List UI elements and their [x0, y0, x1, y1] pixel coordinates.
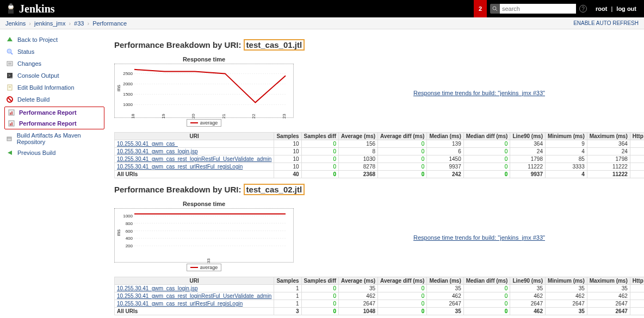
- table-header: Median diff (ms): [463, 133, 510, 140]
- table-row: 10.255.30.41_gwm_cas_login.jsp 10350 350…: [115, 285, 645, 292]
- notification-badge[interactable]: 2: [474, 0, 487, 17]
- svg-rect-8: [7, 61, 13, 66]
- sidebar-item-perf-1[interactable]: Performance Report: [5, 107, 104, 118]
- header-links: root | log out: [593, 5, 639, 12]
- sidebar-item-label: Status: [17, 48, 34, 55]
- logo-text[interactable]: Jenkins: [19, 3, 55, 15]
- uri-cell[interactable]: 10.255.30.41_gwm_cas_rest_urlRestFul_reg…: [115, 163, 274, 171]
- section-heading: Performance Breakdown by URI: test_cas_0…: [114, 39, 639, 51]
- sidebar-item-perf-2[interactable]: Performance Report: [5, 118, 104, 129]
- sidebar-item-back[interactable]: Back to Project: [2, 34, 107, 46]
- table-row: 10.255.30.41_gwm_cas_login.jsp 10080 602…: [115, 148, 645, 155]
- svg-rect-22: [10, 123, 11, 126]
- performance-table: URISamplesSamples diffAverage (ms)Averag…: [114, 277, 644, 315]
- sidebar-item-delete[interactable]: Delete Build: [2, 93, 107, 105]
- table-header: Average (ms): [339, 277, 378, 285]
- table-header: Average (ms): [339, 133, 378, 140]
- table-row: 10.255.30.41_gwm_cas_ 1001560 1390364936…: [115, 140, 645, 148]
- table-row: 10.255.30.41_gwm_cas_rest_loginRestFul_U…: [115, 155, 645, 163]
- user-link[interactable]: root: [596, 5, 607, 12]
- crumb-build[interactable]: #33: [74, 20, 84, 27]
- search-icon: [490, 4, 500, 14]
- help-icon[interactable]: ?: [579, 5, 587, 13]
- svg-text:1000: 1000: [123, 102, 133, 107]
- uri-filename: test_cas_01.jtl: [244, 39, 305, 51]
- chart-legend: average: [187, 119, 222, 127]
- logout-link[interactable]: log out: [616, 5, 636, 12]
- jenkins-logo-icon: [5, 3, 16, 14]
- uri-cell[interactable]: 10.255.30.41_gwm_cas_rest_loginRestFul_U…: [115, 292, 274, 300]
- sidebar-item-edit[interactable]: Edit Build Information: [2, 82, 107, 93]
- sidebar-item-artifacts[interactable]: Build Artifacts As Maven Repository: [2, 130, 107, 147]
- crumb-jenkins[interactable]: Jenkins: [5, 20, 26, 27]
- svg-text:#18: #18: [131, 114, 135, 119]
- response-time-chart: Response time 1000150020002500ms#18#19#2…: [114, 56, 294, 127]
- svg-text:#22: #22: [251, 114, 256, 119]
- svg-rect-3: [9, 4, 13, 5]
- crumb-page[interactable]: Performance: [92, 20, 127, 27]
- sidebar-item-label: Changes: [17, 60, 41, 67]
- svg-text:1000: 1000: [123, 214, 133, 219]
- section-heading: Performance Breakdown by URI: test_cas_0…: [114, 184, 639, 195]
- sidebar-item-console[interactable]: >_Console Output: [2, 70, 107, 82]
- delete-icon: [5, 95, 14, 104]
- table-header: Http Code: [630, 277, 644, 285]
- svg-text:>_: >_: [8, 73, 13, 78]
- svg-text:#19: #19: [161, 114, 166, 119]
- sidebar-item-changes[interactable]: Changes: [2, 58, 107, 70]
- magnifier-icon: [5, 47, 14, 56]
- main-content: Performance Breakdown by URI: test_cas_0…: [109, 29, 644, 318]
- table-header: Median (ms): [427, 277, 463, 285]
- uri-cell[interactable]: 10.255.30.41_gwm_cas_: [115, 140, 274, 148]
- svg-text:#21: #21: [221, 114, 226, 119]
- report-icon: [7, 119, 16, 128]
- svg-text:400: 400: [126, 236, 133, 241]
- svg-text:#23: #23: [282, 114, 287, 119]
- uri-cell[interactable]: 10.255.30.41_gwm_cas_rest_loginRestFul_U…: [115, 155, 274, 163]
- svg-text:#33: #33: [206, 258, 211, 263]
- sidebar-item-label: Edit Build Information: [17, 84, 75, 91]
- crumb-job[interactable]: jenkins_jmx: [34, 20, 65, 27]
- uri-cell[interactable]: 10.255.30.41_gwm_cas_login.jsp: [115, 285, 274, 292]
- sidebar: Back to Project Status Changes >_Console…: [0, 29, 109, 318]
- table-header: URI: [115, 277, 274, 285]
- search-wrap: [490, 4, 576, 14]
- svg-rect-23: [11, 122, 13, 126]
- chart-title: Response time: [114, 56, 294, 63]
- table-total-row: All URIs3010480 350462352647 0.0 %: [115, 308, 645, 315]
- sidebar-item-prev[interactable]: Previous Build: [2, 147, 107, 159]
- svg-text:ms: ms: [116, 85, 121, 91]
- breadcrumbs: Jenkins› jenkins_jmx› #33› Performance E…: [0, 17, 644, 29]
- table-row: 10.255.30.41_gwm_cas_rest_loginRestFul_U…: [115, 292, 645, 300]
- svg-text:200: 200: [126, 244, 133, 248]
- response-time-chart: Response time 2004006008001000ms#33 aver…: [114, 201, 294, 271]
- table-header: URI: [115, 133, 274, 140]
- sidebar-item-status[interactable]: Status: [2, 46, 107, 58]
- svg-text:2500: 2500: [123, 71, 133, 76]
- search-input[interactable]: [500, 4, 576, 14]
- svg-text:1500: 1500: [123, 92, 133, 97]
- table-header: Average diff (ms): [378, 277, 427, 285]
- uri-cell[interactable]: 10.255.30.41_gwm_cas_rest_urlRestFul_reg…: [115, 300, 274, 308]
- changes-icon: [5, 59, 14, 68]
- table-row: 10.255.30.41_gwm_cas_rest_urlRestFul_reg…: [115, 300, 645, 308]
- package-icon: [5, 134, 14, 143]
- table-header: Maximum (ms): [587, 277, 630, 285]
- trends-link[interactable]: Response time trends for build: "jenkins…: [413, 90, 545, 96]
- terminal-icon: >_: [5, 71, 14, 80]
- table-row: 10.255.30.41_gwm_cas_rest_urlRestFul_reg…: [115, 163, 645, 171]
- svg-text:2000: 2000: [123, 82, 133, 86]
- table-header: Line90 (ms): [510, 277, 546, 285]
- auto-refresh-link[interactable]: ENABLE AUTO REFRESH: [573, 20, 639, 26]
- svg-text:600: 600: [126, 229, 133, 234]
- trends-link[interactable]: Response time trends for build: "jenkins…: [413, 234, 545, 241]
- sidebar-item-label: Build Artifacts As Maven Repository: [17, 132, 103, 145]
- uri-cell[interactable]: 10.255.30.41_gwm_cas_login.jsp: [115, 148, 274, 155]
- table-header: Maximum (ms): [587, 133, 630, 140]
- table-header: Median (ms): [427, 133, 463, 140]
- table-header: Samples: [274, 133, 301, 140]
- table-header: Samples diff: [301, 133, 338, 140]
- uri-filename: test_cas_02.jtl: [244, 184, 305, 195]
- performance-report-highlight: Performance Report Performance Report: [4, 107, 104, 129]
- sidebar-item-label: Performance Report: [19, 109, 77, 116]
